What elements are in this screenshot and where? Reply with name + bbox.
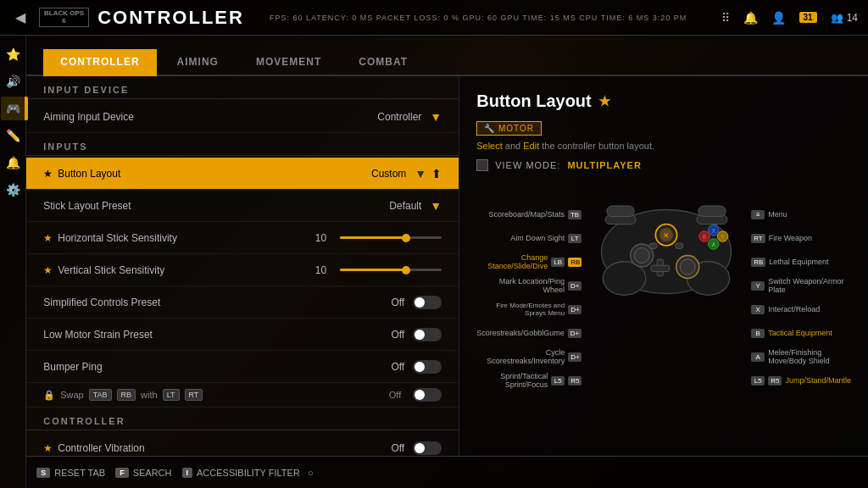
- view-mode-checkbox[interactable]: [476, 159, 488, 171]
- sidebar-icon-star[interactable]: ⭐: [1, 42, 25, 66]
- badge-tb: TB: [568, 210, 581, 219]
- slider-track-v[interactable]: [340, 269, 442, 271]
- left-label-5: Scorestreaks/GobblGume D+: [476, 327, 581, 339]
- key-badge-tab: TAB: [89, 389, 112, 401]
- edit-text: Edit: [523, 141, 539, 151]
- logo-box: BLACK OPS 6: [39, 8, 89, 28]
- top-bar-stats: FPS: 60 LATENCY: 0 MS PACKET LOSS: 0 % G…: [270, 14, 687, 22]
- game-logo: BLACK OPS 6: [39, 8, 89, 28]
- tab-aiming[interactable]: AIMING: [160, 49, 236, 76]
- panel-subtitle: Select and Edit the controller button la…: [476, 141, 851, 151]
- swap-value: Off: [389, 390, 401, 400]
- toggle-indicator: ○: [308, 468, 314, 478]
- sidebar-icon-controller[interactable]: 🎮: [1, 97, 25, 120]
- with-text: with: [141, 390, 158, 400]
- sidebar: ⭐ 🔊 🎮 ✏️ 🔔 ⚙️: [0, 36, 26, 488]
- toggle-simplified[interactable]: [413, 296, 442, 309]
- value-aiming-input-device: Controller: [377, 111, 421, 123]
- motor-badge[interactable]: 🔧 MOTOR: [476, 121, 542, 136]
- row-controller-vibration[interactable]: ★ Controller Vibration Off: [26, 432, 459, 456]
- badge-dpad-fire: D+: [568, 305, 581, 314]
- group-icon: 👥: [831, 12, 843, 24]
- slider-v-sens[interactable]: 10: [315, 264, 442, 276]
- toggle-swap[interactable]: [413, 388, 442, 402]
- badge-count: 31: [799, 12, 817, 23]
- view-mode-value: MULTIPLAYER: [567, 160, 641, 170]
- label-simplified: Simplified Controls Preset: [43, 297, 391, 308]
- label-low-motor: Low Motor Strain Preset: [43, 329, 391, 341]
- tab-controller[interactable]: CONTROLLER: [43, 49, 156, 76]
- row-simplified-controls[interactable]: Simplified Controls Preset Off: [26, 286, 459, 319]
- left-label-2: Change Stance/Slide/Dive LB RB: [476, 256, 581, 268]
- star-button-layout: ★: [43, 168, 53, 180]
- accessibility-button[interactable]: I ACCESSIBILITY FILTER ○: [182, 468, 314, 478]
- key-badge-rb: RB: [117, 389, 136, 401]
- svg-rect-24: [676, 243, 683, 248]
- notification-bell-icon[interactable]: 🔔: [743, 11, 758, 25]
- badge-r5: R5: [568, 376, 581, 385]
- toggle-low-motor[interactable]: [413, 328, 442, 341]
- left-label-7: Sprint/Tactical Sprint/Focus L5 R5: [476, 374, 581, 386]
- label-stick-layout: Stick Layout Preset: [43, 200, 389, 212]
- sidebar-icon-edit[interactable]: ✏️: [1, 124, 25, 147]
- back-button[interactable]: ◀: [10, 8, 31, 27]
- tab-combat[interactable]: COMBAT: [342, 49, 425, 76]
- dropdown-arrow-stick: ▼: [430, 199, 442, 213]
- search-button[interactable]: F SEARCH: [115, 468, 171, 478]
- sidebar-icon-bell[interactable]: 🔔: [1, 151, 25, 175]
- reset-tab-button[interactable]: S RESET TAB: [36, 468, 105, 478]
- profile-icon[interactable]: 👤: [771, 11, 786, 25]
- sidebar-icon-settings[interactable]: ⚙️: [1, 178, 25, 202]
- badge-y: Y: [751, 281, 765, 291]
- row-vertical-sensitivity[interactable]: ★ Vertical Stick Sensitivity 10: [26, 254, 459, 286]
- badge-ls-jump: L5: [751, 376, 765, 385]
- top-bar-left: ◀ BLACK OPS 6 CONTROLLER FPS: 60 LATENCY…: [10, 7, 687, 29]
- row-stick-layout[interactable]: Stick Layout Preset Default ▼: [26, 190, 459, 222]
- lock-icon: 🔒: [43, 390, 55, 401]
- slider-track-h[interactable]: [340, 236, 442, 239]
- panel-star-icon: ★: [598, 93, 610, 109]
- value-h-sens: 10: [315, 232, 326, 244]
- badge-dpad-cycle: D+: [568, 352, 581, 362]
- grid-icon[interactable]: ⠿: [721, 11, 730, 25]
- bottom-bar: S RESET TAB F SEARCH I ACCESSIBILITY FIL…: [26, 456, 868, 488]
- badge-dpad-score: D+: [568, 329, 581, 338]
- slider-h-sens[interactable]: 10: [315, 232, 442, 244]
- top-bar: ◀ BLACK OPS 6 CONTROLLER FPS: 60 LATENCY…: [0, 0, 868, 36]
- row-aiming-input-device[interactable]: Aiming Input Device Controller ▼: [26, 101, 459, 133]
- select-text: Select: [476, 141, 503, 151]
- tab-movement[interactable]: MOVEMENT: [239, 49, 338, 76]
- content-area: CONTROLLER AIMING MOVEMENT COMBAT INPUT …: [26, 36, 868, 488]
- badge-dpad-mark: D+: [568, 281, 581, 291]
- left-label-4: Fire Mode/Emotes and Sprays Menu D+: [476, 303, 581, 315]
- svg-rect-15: [651, 265, 670, 271]
- badge-rb: RB: [568, 258, 581, 267]
- right-label-6: A Melee/Finishing Move/Body Shield: [751, 351, 851, 363]
- star-vibration: ★: [43, 442, 53, 454]
- svg-rect-25: [649, 243, 657, 248]
- right-label-5: B Tactical Equipment: [751, 327, 851, 339]
- row-button-layout[interactable]: ★ Button Layout Custom ▼ ⬆: [26, 158, 459, 190]
- row-low-motor[interactable]: Low Motor Strain Preset Off: [26, 319, 459, 351]
- label-h-sens: Horizontal Stick Sensitivity: [58, 232, 315, 244]
- toggle-bumper-ping[interactable]: [413, 360, 442, 374]
- row-bumper-ping[interactable]: Bumper Ping Off: [26, 351, 459, 383]
- right-label-1: RT Fire Weapon: [751, 232, 851, 244]
- left-label-6: Cycle Scorestreaks/Inventory D+: [476, 351, 581, 363]
- controller-svg: ✕ A: [590, 183, 743, 297]
- dropdown-arrow-button-layout: ▼: [415, 167, 426, 180]
- slider-fill-h: [340, 236, 406, 239]
- right-label-3: Y Switch Weapon/Armor Plate: [751, 280, 851, 291]
- badge-menu: ≡: [751, 210, 765, 219]
- settings-panel: INPUT DEVICE Aiming Input Device Control…: [26, 76, 459, 456]
- toggle-vibration[interactable]: [413, 441, 442, 455]
- page-title: CONTROLLER: [97, 7, 244, 29]
- subtitle-and: and: [505, 141, 523, 151]
- svg-rect-5: [607, 206, 634, 217]
- export-icon[interactable]: ⬆: [431, 167, 442, 180]
- label-v-sens: Vertical Stick Sensitivity: [58, 264, 315, 276]
- badge-l5: L5: [551, 376, 565, 385]
- sidebar-icon-sound[interactable]: 🔊: [1, 69, 25, 93]
- view-mode-row: VIEW MODE: MULTIPLAYER: [476, 159, 851, 171]
- row-horizontal-sensitivity[interactable]: ★ Horizontal Stick Sensitivity 10: [26, 222, 459, 254]
